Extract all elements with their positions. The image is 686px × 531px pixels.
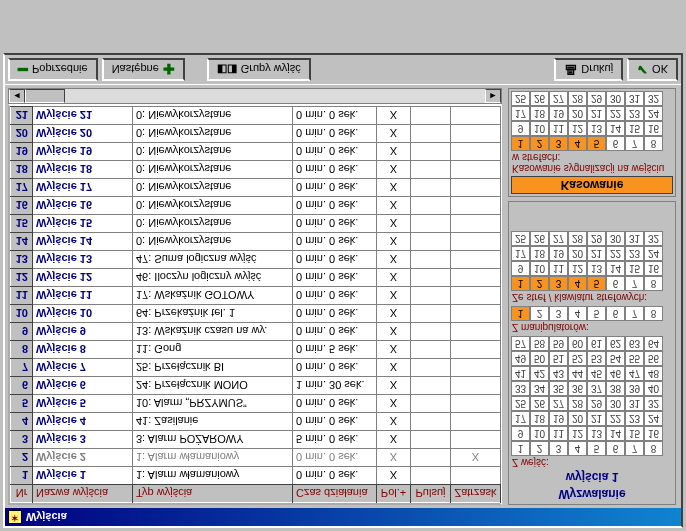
row-latch[interactable] <box>451 161 501 179</box>
num-cell[interactable]: 31 <box>625 91 644 106</box>
row-puls[interactable] <box>411 143 451 161</box>
num-cell[interactable]: 28 <box>568 231 587 246</box>
row-latch[interactable] <box>451 269 501 287</box>
row-name[interactable]: Wyjście 11 <box>33 287 133 305</box>
table-row[interactable]: 9Wyjście 913: Wskaźnik czasu na wy.0 min… <box>11 323 501 341</box>
row-time[interactable]: 0 min. 0 sek. <box>293 233 377 251</box>
num-cell[interactable]: 5 <box>587 306 606 321</box>
num-cell[interactable]: 21 <box>587 246 606 261</box>
row-latch[interactable] <box>451 287 501 305</box>
num-cell[interactable]: 64 <box>644 336 663 351</box>
table-row[interactable]: 13Wyjście 1347: Suma logiczna wyjść0 min… <box>11 251 501 269</box>
num-cell[interactable]: 1 <box>511 306 530 321</box>
row-latch[interactable] <box>451 431 501 449</box>
col-puls[interactable]: Pulsuj <box>411 485 451 503</box>
row-name[interactable]: Wyjście 19 <box>33 143 133 161</box>
manip-grid-8[interactable]: 12345678 <box>511 306 671 321</box>
row-puls[interactable] <box>411 413 451 431</box>
row-latch[interactable] <box>451 341 501 359</box>
row-latch[interactable] <box>451 305 501 323</box>
row-time[interactable]: 1 min. 30 sek. <box>293 377 377 395</box>
num-cell[interactable]: 25 <box>511 396 530 411</box>
row-time[interactable]: 0 min. 0 sek. <box>293 251 377 269</box>
row-latch[interactable]: X <box>451 449 501 467</box>
num-cell[interactable]: 2 <box>530 276 549 291</box>
num-cell[interactable]: 6 <box>606 136 625 151</box>
num-cell[interactable]: 25 <box>511 91 530 106</box>
num-cell[interactable]: 1 <box>511 276 530 291</box>
num-cell[interactable]: 18 <box>530 106 549 121</box>
row-name[interactable]: Wyjście 17 <box>33 179 133 197</box>
num-cell[interactable]: 53 <box>587 351 606 366</box>
row-latch[interactable] <box>451 395 501 413</box>
row-name[interactable]: Wyjście 3 <box>33 431 133 449</box>
num-cell[interactable]: 12 <box>568 121 587 136</box>
num-cell[interactable]: 33 <box>511 381 530 396</box>
table-row[interactable]: 6Wyjście 624: Przełącznik MONO1 min. 30 … <box>11 377 501 395</box>
row-name[interactable]: Wyjście 4 <box>33 413 133 431</box>
scroll-left-button[interactable]: ◄ <box>9 89 25 103</box>
table-row[interactable]: 7Wyjście 725: Przełącznik BI0 min. 0 sek… <box>11 359 501 377</box>
num-cell[interactable]: 17 <box>511 106 530 121</box>
num-cell[interactable]: 4 <box>568 276 587 291</box>
row-latch[interactable] <box>451 197 501 215</box>
row-type[interactable]: 41: Zasilanie <box>133 413 293 431</box>
num-cell[interactable]: 48 <box>644 366 663 381</box>
row-type[interactable]: 0: Niewykorzystane <box>133 125 293 143</box>
row-pol[interactable]: X <box>377 467 411 485</box>
horizontal-scrollbar[interactable]: ◄ ► <box>8 88 502 104</box>
row-name[interactable]: Wyjście 21 <box>33 107 133 125</box>
row-time[interactable]: 0 min. 0 sek. <box>293 269 377 287</box>
row-pol[interactable]: X <box>377 215 411 233</box>
num-cell[interactable]: 42 <box>530 366 549 381</box>
num-cell[interactable]: 10 <box>530 426 549 441</box>
num-cell[interactable]: 57 <box>511 336 530 351</box>
num-cell[interactable]: 41 <box>511 366 530 381</box>
row-latch[interactable] <box>451 467 501 485</box>
col-nr[interactable]: Nr <box>11 485 33 503</box>
num-cell[interactable]: 19 <box>549 246 568 261</box>
num-cell[interactable]: 31 <box>625 396 644 411</box>
num-cell[interactable]: 11 <box>549 261 568 276</box>
row-time[interactable]: 0 min. 0 sek. <box>293 197 377 215</box>
num-cell[interactable]: 49 <box>511 351 530 366</box>
row-pol[interactable]: X <box>377 431 411 449</box>
row-puls[interactable] <box>411 251 451 269</box>
inputs-grid-64[interactable]: 1234567891011121314151617181920212223242… <box>511 336 671 456</box>
num-cell[interactable]: 38 <box>606 381 625 396</box>
stref-grid-32[interactable]: 1234567891011121314151617181920212223242… <box>511 231 671 291</box>
row-type[interactable]: 0: Niewykorzystane <box>133 107 293 125</box>
num-cell[interactable]: 14 <box>606 121 625 136</box>
row-puls[interactable] <box>411 323 451 341</box>
table-row[interactable]: 18Wyjście 180: Niewykorzystane0 min. 0 s… <box>11 161 501 179</box>
row-name[interactable]: Wyjście 6 <box>33 377 133 395</box>
num-cell[interactable]: 11 <box>549 426 568 441</box>
num-cell[interactable]: 46 <box>606 366 625 381</box>
num-cell[interactable]: 16 <box>644 121 663 136</box>
num-cell[interactable]: 27 <box>549 396 568 411</box>
row-type[interactable]: 24: Przełącznik MONO <box>133 377 293 395</box>
ok-button[interactable]: ✔ OK <box>627 58 678 81</box>
table-row[interactable]: 19Wyjście 190: Niewykorzystane0 min. 0 s… <box>11 143 501 161</box>
table-row[interactable]: 15Wyjście 150: Niewykorzystane0 min. 0 s… <box>11 215 501 233</box>
table-row[interactable]: 14Wyjście 140: Niewykorzystane0 min. 0 s… <box>11 233 501 251</box>
num-cell[interactable]: 29 <box>587 396 606 411</box>
num-cell[interactable]: 6 <box>606 276 625 291</box>
scroll-thumb[interactable] <box>25 89 65 103</box>
table-row[interactable]: 5Wyjście 510: Alarm „PRZYMUS”0 min. 0 se… <box>11 395 501 413</box>
row-puls[interactable] <box>411 359 451 377</box>
num-cell[interactable]: 21 <box>587 106 606 121</box>
row-puls[interactable] <box>411 449 451 467</box>
num-cell[interactable]: 16 <box>644 261 663 276</box>
row-name[interactable]: Wyjście 16 <box>33 197 133 215</box>
num-cell[interactable]: 18 <box>530 246 549 261</box>
row-latch[interactable] <box>451 359 501 377</box>
row-time[interactable]: 5 min. 0 sek. <box>293 431 377 449</box>
num-cell[interactable]: 51 <box>549 351 568 366</box>
row-latch[interactable] <box>451 215 501 233</box>
num-cell[interactable]: 30 <box>606 91 625 106</box>
row-type[interactable]: 1: Alarm włamaniowy <box>133 449 293 467</box>
num-cell[interactable]: 8 <box>644 136 663 151</box>
row-puls[interactable] <box>411 125 451 143</box>
num-cell[interactable]: 39 <box>625 381 644 396</box>
